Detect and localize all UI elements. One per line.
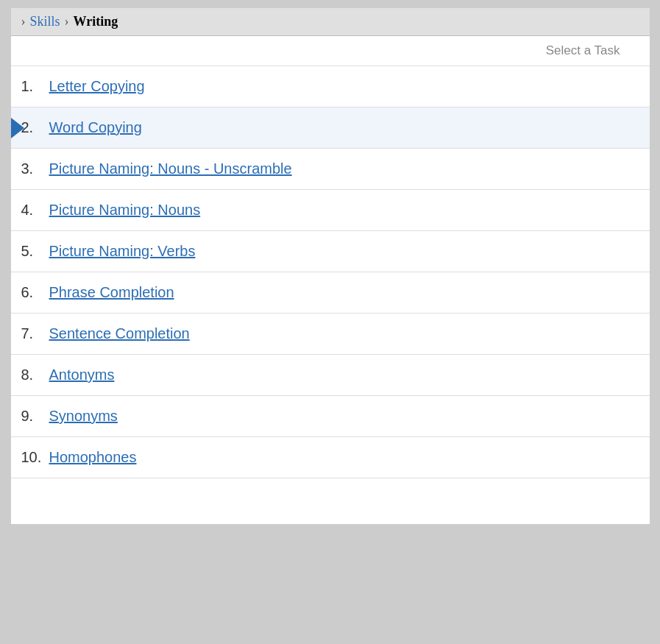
task-item[interactable]: 3.Picture Naming: Nouns - Unscramble: [11, 149, 650, 190]
task-item[interactable]: 9.Synonyms: [11, 396, 650, 437]
task-item[interactable]: 10.Homophones: [11, 437, 650, 478]
task-item[interactable]: 8.Antonyms: [11, 355, 650, 396]
task-number: 4.: [21, 202, 49, 219]
task-number: 1.: [21, 78, 49, 95]
panel-content: Select a Task 1.Letter Copying2.Word Cop…: [11, 36, 650, 502]
task-item[interactable]: 2.Word Copying: [11, 107, 650, 149]
task-link[interactable]: Word Copying: [49, 119, 142, 136]
select-task-text: Select a Task: [546, 43, 620, 58]
task-link[interactable]: Picture Naming: Nouns: [49, 202, 201, 219]
task-link[interactable]: Picture Naming: Nouns - Unscramble: [49, 160, 292, 177]
task-number: 6.: [21, 284, 49, 301]
breadcrumb-skills-link[interactable]: Skills: [30, 14, 60, 29]
task-number: 5.: [21, 243, 49, 260]
main-panel: › Skills › Writing Select a Task 1.Lette…: [10, 7, 650, 525]
task-list: 1.Letter Copying2.Word Copying3.Picture …: [11, 66, 650, 478]
task-number: 7.: [21, 325, 49, 342]
task-link[interactable]: Antonyms: [49, 367, 115, 383]
torn-bottom-decoration: [11, 478, 650, 502]
task-link[interactable]: Picture Naming: Verbs: [49, 243, 196, 260]
breadcrumb-chevron-icon: ›: [21, 14, 26, 29]
task-link[interactable]: Synonyms: [49, 408, 118, 425]
task-number: 9.: [21, 408, 49, 425]
task-link[interactable]: Homophones: [49, 449, 137, 466]
task-number: 2.: [21, 119, 49, 136]
task-item[interactable]: 7.Sentence Completion: [11, 314, 650, 355]
breadcrumb: › Skills › Writing: [11, 8, 650, 36]
task-item[interactable]: 4.Picture Naming: Nouns: [11, 190, 650, 231]
active-indicator-icon: [11, 118, 24, 138]
select-task-label: Select a Task: [11, 36, 650, 66]
task-item[interactable]: 6.Phrase Completion: [11, 272, 650, 314]
task-number: 10.: [21, 449, 49, 466]
task-item[interactable]: 1.Letter Copying: [11, 66, 650, 107]
task-link[interactable]: Sentence Completion: [49, 325, 190, 342]
task-number: 8.: [21, 367, 49, 383]
task-link[interactable]: Phrase Completion: [49, 284, 174, 301]
task-item[interactable]: 5.Picture Naming: Verbs: [11, 231, 650, 272]
breadcrumb-separator: ›: [65, 14, 69, 29]
breadcrumb-current: Writing: [74, 14, 118, 29]
task-number: 3.: [21, 160, 49, 177]
task-link[interactable]: Letter Copying: [49, 78, 145, 95]
